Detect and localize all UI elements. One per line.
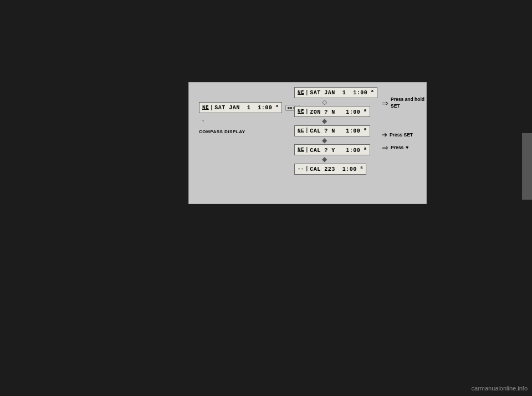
seq-display-5: -- | CAL 223 1:00 a — [294, 164, 366, 175]
compass-ne: NE — [202, 105, 209, 110]
seq-display-3: NE | CAL ? N 1:00 a — [294, 125, 370, 136]
arrow-down-3: ◆ — [322, 136, 327, 144]
seq-display-1: NE | SAT JAN 1 1:00 a — [294, 87, 377, 98]
instructions-panel: ⇒ Press and hold SET ➔ Press SET ⇒ Press… — [382, 97, 426, 152]
arrow-down-1: ◇ — [322, 98, 327, 106]
instruction-press-hold-set: ⇒ Press and hold SET — [382, 97, 426, 110]
instruction-press-down: ⇒ Press ▼ — [382, 143, 426, 152]
seq-display-2: NE | ZON ? N 1:00 a — [294, 106, 370, 117]
arrow-solid-2-icon: ➔ — [382, 131, 387, 139]
page-background: NE | SAT JAN 1 1:00 a ■■ ■■ ↑ COMPASS DI… — [0, 0, 532, 396]
watermark: carmanualonline.info — [471, 385, 528, 392]
main-compass-row: NE | SAT JAN 1 1:00 a ■■ ■■ — [199, 102, 300, 113]
right-nav-tab[interactable] — [522, 133, 532, 200]
arrow-down-4: ◆ — [322, 155, 327, 163]
diagram-box: NE | SAT JAN 1 1:00 a ■■ ■■ ↑ COMPASS DI… — [188, 82, 427, 204]
main-lcd-content: SAT JAN 1 1:00 a — [214, 104, 278, 111]
display-sequence: NE | SAT JAN 1 1:00 a ◇ NE | ZON ? N 1:0… — [294, 87, 377, 175]
compass-display-label: COMPASS DISPLAY — [199, 125, 300, 135]
seq-display-4: NE | CAL ? Y 1:00 a — [294, 144, 370, 155]
instruction-press-set: ➔ Press SET — [382, 131, 426, 139]
arrow-hollow-1-icon: ⇒ — [382, 99, 388, 108]
arrow-down-2: ◆ — [322, 117, 327, 125]
left-display-area: NE | SAT JAN 1 1:00 a ■■ ■■ ↑ COMPASS DI… — [199, 102, 300, 135]
main-lcd-display: NE | SAT JAN 1 1:00 a — [199, 102, 282, 113]
arrow-hollow-3-icon: ⇒ — [382, 143, 388, 152]
compass-pointer-arrow: ↑ — [202, 115, 300, 125]
